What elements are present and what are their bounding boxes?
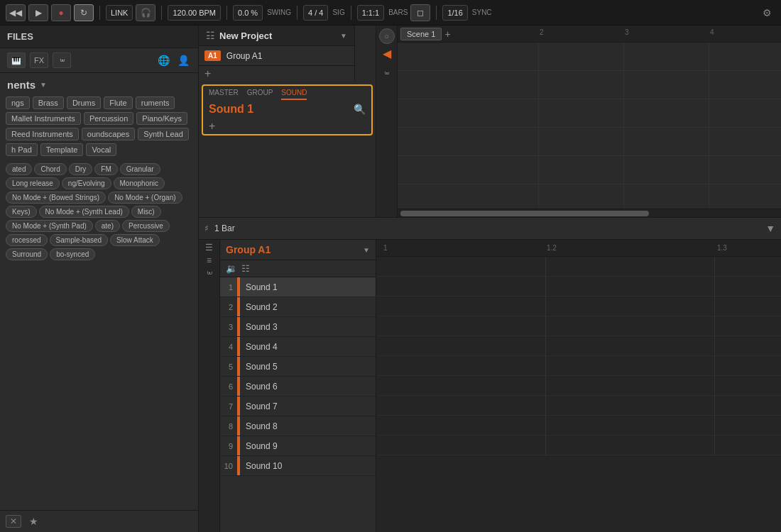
bpm-value[interactable]: 120.00 BPM xyxy=(168,5,221,21)
mode-processed[interactable]: rocessed xyxy=(6,234,48,246)
sound-row-10[interactable]: 10 Sound 10 xyxy=(220,456,376,476)
power-button[interactable]: ○ xyxy=(379,28,395,44)
mode-surround[interactable]: Surround xyxy=(6,248,48,260)
mode-bo-synced[interactable]: bo-synced xyxy=(50,248,95,260)
tag-vocal[interactable]: Vocal xyxy=(86,143,116,156)
pattern-row-10[interactable] xyxy=(376,436,781,455)
sound-name-row: Sound 1 🔍 xyxy=(203,100,371,118)
mode-chord[interactable]: Chord xyxy=(34,163,66,175)
sound-row-5[interactable]: 5 Sound 5 xyxy=(220,357,376,377)
tag-percussion[interactable]: Percussion xyxy=(84,112,133,125)
sync-value[interactable]: 1/16 xyxy=(442,5,467,21)
swing-value[interactable]: 0.0 % xyxy=(233,5,263,21)
tag-template[interactable]: Template xyxy=(40,143,84,156)
sound-row-7[interactable]: 7 Sound 7 xyxy=(220,397,376,416)
add-group-button[interactable]: + xyxy=(199,66,354,82)
pattern-row-3[interactable] xyxy=(376,297,781,316)
group-panel-dropdown-arrow[interactable]: ▼ xyxy=(363,246,370,254)
expand-button[interactable]: ◻ xyxy=(410,4,430,21)
tag-drums[interactable]: Drums xyxy=(67,96,101,109)
user-icon[interactable]: 👤 xyxy=(175,52,191,68)
sound-row-3[interactable]: 3 Sound 3 xyxy=(220,317,376,337)
monitor-button[interactable]: 🎧 xyxy=(136,4,155,21)
rewind-button[interactable]: ◀◀ xyxy=(6,4,26,21)
mode-sample-based[interactable]: Sample-based xyxy=(50,234,108,246)
sound-row-9[interactable]: 9 Sound 9 xyxy=(220,436,376,456)
mode-misc[interactable]: Misc) xyxy=(131,206,161,218)
scene-1-button[interactable]: Scene 1 xyxy=(400,28,442,40)
sound-search-icon[interactable]: 🔍 xyxy=(354,104,366,115)
sound-row-6[interactable]: 6 Sound 6 xyxy=(220,377,376,397)
tag-mallet[interactable]: Mallet Instruments xyxy=(6,112,81,125)
tag-strings[interactable]: ngs xyxy=(6,96,30,109)
mode-ated[interactable]: ated xyxy=(6,163,32,175)
wave-icon[interactable]: 𞴶 xyxy=(205,268,214,278)
link-value[interactable]: LINK xyxy=(106,5,133,21)
pattern-row-6[interactable] xyxy=(376,356,781,376)
tab-group[interactable]: GROUP xyxy=(247,89,273,100)
group-row[interactable]: A1 Group A1 xyxy=(199,46,354,66)
pattern-row-7[interactable] xyxy=(376,376,781,396)
back-arrow-icon[interactable]: ◀ xyxy=(383,47,391,60)
tab-sound[interactable]: SOUND xyxy=(281,89,307,100)
tag-synth-pad[interactable]: h Pad xyxy=(6,143,38,156)
add-sound-button[interactable]: + xyxy=(203,118,371,134)
loop-button[interactable]: ↻ xyxy=(74,4,94,21)
mode-organ[interactable]: No Mode + (Organ) xyxy=(108,192,182,204)
pattern-row-1[interactable] xyxy=(376,257,781,277)
sound-row-2[interactable]: 2 Sound 2 xyxy=(220,297,376,317)
grid-icon[interactable]: ☷ xyxy=(241,263,250,274)
mode-bowed-strings[interactable]: No Mode + (Bowed Strings) xyxy=(6,192,106,204)
mode-keys[interactable]: Keys) xyxy=(6,206,37,218)
bars-value[interactable]: 1:1:1 xyxy=(357,5,384,21)
ruler-num-3: 3 xyxy=(625,28,629,36)
pattern-row-9[interactable] xyxy=(376,416,781,436)
pattern-row-2[interactable] xyxy=(376,277,781,297)
settings-gear-icon[interactable]: ⚙ xyxy=(758,4,775,21)
mode-long-release[interactable]: Long release xyxy=(6,177,60,189)
tag-flute[interactable]: Flute xyxy=(104,96,132,109)
favorite-star-icon[interactable]: ★ xyxy=(26,515,41,528)
pattern-row-8[interactable] xyxy=(376,396,781,416)
mode-dry[interactable]: Dry xyxy=(69,163,93,175)
play-button[interactable]: ▶ xyxy=(28,4,48,21)
mode-granular[interactable]: Granular xyxy=(120,163,160,175)
waveform-icon-btn[interactable]: 𞴶 xyxy=(53,52,71,68)
arranger-scrollbar[interactable] xyxy=(398,209,781,217)
tab-master[interactable]: MASTER xyxy=(209,89,239,100)
globe-icon[interactable]: 🌐 xyxy=(155,52,171,68)
tag-reed[interactable]: Reed Instruments xyxy=(6,128,79,140)
mode-ate[interactable]: ate) xyxy=(95,220,120,232)
tag-brass[interactable]: Brass xyxy=(33,96,64,109)
project-dropdown-arrow[interactable]: ▼ xyxy=(340,32,347,40)
sig-value[interactable]: 4 / 4 xyxy=(303,5,328,21)
list-icon[interactable]: ☰ xyxy=(205,243,213,253)
collapse-arrow-icon[interactable]: ▼ xyxy=(765,223,775,234)
mode-evolving[interactable]: ng/Evolving xyxy=(62,177,111,189)
sound-row-4[interactable]: 4 Sound 4 xyxy=(220,337,376,357)
tag-synth-lead[interactable]: Synth Lead xyxy=(138,128,189,140)
sound-row-1[interactable]: 1 Sound 1 xyxy=(220,277,376,297)
mode-slow-attack[interactable]: Slow Attack xyxy=(110,234,160,246)
eq-icon[interactable]: ≡ xyxy=(207,255,212,265)
pattern-row-5[interactable] xyxy=(376,336,781,356)
mode-synth-pad[interactable]: No Mode + (Synth Pad) xyxy=(6,220,93,232)
tag-piano-keys[interactable]: Piano/Keys xyxy=(136,112,187,125)
tag-instruments[interactable]: ruments xyxy=(136,96,175,109)
mode-monophonic[interactable]: Monophonic xyxy=(114,177,165,189)
tag-soundscapes[interactable]: oundscapes xyxy=(82,128,135,140)
pattern-row-4[interactable] xyxy=(376,316,781,336)
instruments-icon-btn[interactable]: 🎹 xyxy=(7,52,26,68)
scroll-thumb[interactable] xyxy=(400,211,649,216)
mode-percussive[interactable]: Percussive xyxy=(122,220,170,232)
instruments-dropdown-arrow[interactable]: ▼ xyxy=(40,81,47,89)
add-scene-button[interactable]: + xyxy=(444,28,450,40)
close-x-button[interactable]: ✕ xyxy=(6,515,21,528)
mode-synth-lead[interactable]: No Mode + (Synth Lead) xyxy=(39,206,129,218)
mode-fm[interactable]: FM xyxy=(94,163,117,175)
fx-icon-btn[interactable]: FX xyxy=(30,52,48,68)
pattern-ruler-1: 1 xyxy=(383,244,388,252)
volume-icon[interactable]: 🔉 xyxy=(226,263,237,274)
sound-row-8[interactable]: 8 Sound 8 xyxy=(220,416,376,436)
record-button[interactable]: ● xyxy=(51,4,71,21)
